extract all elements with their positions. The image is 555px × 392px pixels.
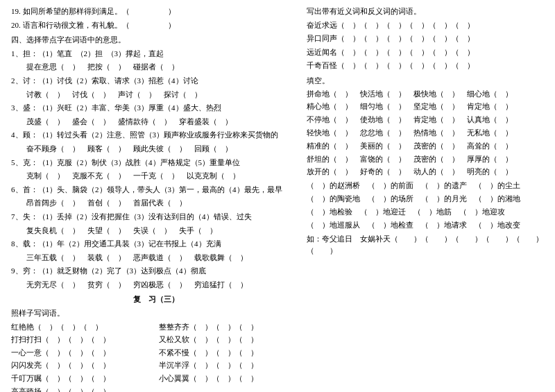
left-column: 19. 如同所希望的那样得到满足。（ ） 20. 语言和行动很文雅，有礼貌。（ … (11, 6, 301, 392)
similar-row-3: 远近闻名（ ）（ ）（ ）（ ）（ ）（ ） (307, 46, 544, 59)
fill-row-5: 精准的（ ） 美丽的（ ） 茂密的（ ） 高耸的（ ） (307, 141, 544, 153)
mimic-item-8: 千叮万嘱（ ）（ ）（ ） (11, 373, 153, 385)
mimic-item-7: 半沉半浮（ ）（ ）（ ） (159, 359, 301, 372)
q8-group: 8、载：（1）年（2）用交通工具装（3）记在书报上（4）充满 三年五载（ ） 装… (11, 238, 301, 264)
fill2-row-1: （ ）的赵洲桥 （ ）的前面 （ ）的遗产 （ ）的尘土 (307, 180, 544, 192)
q20-line: 20. 语言和行动很文雅，有礼貌。（ ） (11, 19, 301, 32)
fill-title: 填空。 (307, 75, 330, 87)
q19-section: 19. 如同所希望的那样得到满足。（ ） 20. 语言和行动很文雅，有礼貌。（ … (11, 6, 301, 31)
q6a-text: 昂首阔步（ ） 首创（ ） 首届代表（ ） (11, 197, 301, 210)
q9-title: 9、穷：（1）就乏财物（2）完了（3）达到极点（4）彻底 (11, 265, 301, 278)
mimic-item-5: 不紧不慢（ ）（ ）（ ） (159, 347, 301, 359)
fill-section: 填空。 拼命地（ ） 快活地（ ） 极快地（ ） 细心地（ ） 精心地（ ） 细… (307, 75, 544, 231)
mimic-item-3: 又松又软（ ）（ ）（ ） (159, 334, 301, 346)
similar-title: 写出带有近义词和反义词的词语。 (307, 6, 421, 18)
two-column-layout: 19. 如同所希望的那样得到满足。（ ） 20. 语言和行动很文雅，有礼貌。（ … (11, 6, 544, 392)
q1a-text: 提在意思（ ） 把按（ ） 碰据者（ ） (11, 61, 301, 74)
q5-group: 5、克：（1）克服（2）制伏（3）战胜（4）严格规定（5）重量单位 克制（ ） … (11, 157, 301, 182)
mimic-title: 照样子写词语。 (11, 307, 65, 320)
q2-group: 2、讨：（1）讨伐（2）索取、请求（3）招惹（4）讨论 讨教（ ） 讨伐（ ） … (11, 75, 301, 101)
fill2-rows: （ ）的赵洲桥 （ ）的前面 （ ）的遗产 （ ）的尘土 （ ）的陶瓷地 （ ）… (307, 180, 544, 231)
q20-text: 20. 语言和行动很文雅，有礼貌。（ ） (11, 19, 301, 32)
part4-title: 四、选择带点字在词语中的意思。 (11, 34, 301, 46)
review-title: 复 习（三） (11, 293, 301, 306)
q6-title: 6、首：（1）头、脑袋（2）领导人，带头人（3）第一，最高的（4）最先，最早 (11, 184, 301, 196)
q4-title: 4、顾：（1）转过头看（2）注意、照管（3）顾声称业或服务行业称来买货物的 (11, 129, 301, 142)
q2a-text: 讨教（ ） 讨伐（ ） 声讨（ ） 探讨（ ） (11, 89, 301, 101)
q19-text: 19. 如同所希望的那样得到满足。（ ） (11, 6, 301, 18)
similar-row-4: 千奇百怪（ ）（ ）（ ）（ ）（ ）（ ） (307, 60, 544, 72)
q3a-text: 茂盛（ ） 盛会（ ） 盛情款待（ ） 穿着盛装（ ） (11, 116, 301, 128)
similar-row-2: 异口同声（ ）（ ）（ ）（ ）（ ）（ ） (307, 33, 544, 45)
q8a-text: 三年五载（ ） 装载（ ） 恶声载道（ ） 载歌载舞（ ） (11, 252, 301, 264)
mimic-item-6: 闪闪发亮（ ）（ ）（ ） (11, 359, 153, 372)
fill-row-3: 不停地（ ） 使劲地（ ） 肯定地（ ） 认真地（ ） (307, 114, 544, 126)
mimic-item-4: 一心一意（ ）（ ）（ ） (11, 347, 153, 359)
q3-title: 3、盛：（1）兴旺（2）丰富、华美（3）厚重（4）盛大、热烈 (11, 102, 301, 114)
q1-title: 1、担：（1）笔直 （2）担 （3）撑起，直起 (11, 48, 301, 60)
right-extra: 如：夸父追日 女娲补天（ ）（ ）（ ）（ ）（ ）（ ） (307, 234, 544, 257)
q9a-text: 无穷无尽（ ） 贫穷（ ） 穷凶极恶（ ） 穷追猛打（ ） (11, 279, 301, 291)
mimic-grid: 红艳艳（ ）（ ）（ ） 整整齐齐（ ）（ ）（ ） 打扫打扫（ ）（ ）（ ）… (11, 321, 301, 392)
similar-row-1: 奋近求远（ ）（ ）（ ）（ ）（ ）（ ） (307, 19, 544, 32)
q8-title: 8、载：（1）年（2）用交通工具装（3）记在书报上（4）充满 (11, 238, 301, 250)
q4a-text: 奋不顾身（ ） 顾客（ ） 顾此失彼（ ） 回顾（ ） (11, 143, 301, 155)
q5-title: 5、克：（1）克服（2）制伏（3）战胜（4）严格规定（5）重量单位 (11, 157, 301, 169)
fill2-row-2: （ ）的陶瓷地 （ ）的场所 （ ）的月光 （ ）的湘地 (307, 194, 544, 205)
q7a-text: 复失良机（ ） 失望（ ） 失误（ ） 失手（ ） (11, 225, 301, 237)
fill-row-6: 舒坦的（ ） 富饶的（ ） 茂密的（ ） 厚厚的（ ） (307, 154, 544, 166)
right-column: 写出带有近义词和反义词的词语。 奋近求远（ ）（ ）（ ）（ ）（ ）（ ） 异… (307, 6, 544, 392)
part4-section: 四、选择带点字在词语中的意思。 1、担：（1）笔直 （2）担 （3）撑起，直起 … (11, 34, 301, 291)
fill2-row-4: （ ）地巡服从 （ ）地检查 （ ）地请求 （ ）地改变 (307, 220, 544, 232)
q5a-text: 克制（ ） 克服不充（ ） 一千克（ ） 以克克制（ ） (11, 170, 301, 182)
q3-group: 3、盛：（1）兴旺（2）丰富、华美（3）厚重（4）盛大、热烈 茂盛（ ） 盛会（… (11, 102, 301, 128)
q7-title: 7、失：（1）丢掉（2）没有把握住（3）没有达到目的（4）错误、过失 (11, 211, 301, 223)
mimic-item-0: 红艳艳（ ）（ ）（ ） (11, 321, 153, 334)
similar-section: 写出带有近义词和反义词的词语。 奋近求远（ ）（ ）（ ）（ ）（ ）（ ） 异… (307, 6, 544, 72)
q2-title: 2、讨：（1）讨伐（2）索取、请求（3）招惹（4）讨论 (11, 75, 301, 87)
fill-row-7: 放开的（ ） 好奇的（ ） 动人的（ ） 明亮的（ ） (307, 167, 544, 178)
q9-group: 9、穷：（1）就乏财物（2）完了（3）达到极点（4）彻底 无穷无尽（ ） 贫穷（… (11, 265, 301, 291)
q7-group: 7、失：（1）丢掉（2）没有把握住（3）没有达到目的（4）错误、过失 复失良机（… (11, 211, 301, 237)
mimic-section: 照样子写词语。 红艳艳（ ）（ ）（ ） 整整齐齐（ ）（ ）（ ） 打扫打扫（… (11, 307, 301, 392)
q19-line: 19. 如同所希望的那样得到满足。（ ） (11, 6, 301, 18)
fill-row-2: 精心地（ ） 细匀地（ ） 坚定地（ ） 肯定地（ ） (307, 101, 544, 113)
mimic-item-9: 小心翼翼（ ）（ ）（ ） (159, 373, 301, 385)
mimic-item-10: 高高骑扬（ ）（ ）（ ） (11, 386, 153, 392)
q1-group: 1、担：（1）笔直 （2）担 （3）撑起，直起 提在意思（ ） 把按（ ） 碰据… (11, 48, 301, 74)
page-container: 19. 如同所希望的那样得到满足。（ ） 20. 语言和行动很文雅，有礼貌。（ … (11, 6, 544, 392)
q6-group: 6、首：（1）头、脑袋（2）领导人，带头人（3）第一，最高的（4）最先，最早 昂… (11, 184, 301, 210)
q4-group: 4、顾：（1）转过头看（2）注意、照管（3）顾声称业或服务行业称来买货物的 奋不… (11, 129, 301, 155)
mimic-item-1: 整整齐齐（ ）（ ）（ ） (159, 321, 301, 334)
fill-row-4: 轻快地（ ） 忿忿地（ ） 热情地（ ） 无私地（ ） (307, 128, 544, 139)
mimic-item-2: 打扫打扫（ ）（ ）（ ） (11, 334, 153, 346)
fill-row-1: 拼命地（ ） 快活地（ ） 极快地（ ） 细心地（ ） (307, 89, 544, 101)
fill2-row-3: （ ）地检验 （ ）地迎迁 （ ）地筋 （ ）地迎攻 (307, 207, 544, 219)
